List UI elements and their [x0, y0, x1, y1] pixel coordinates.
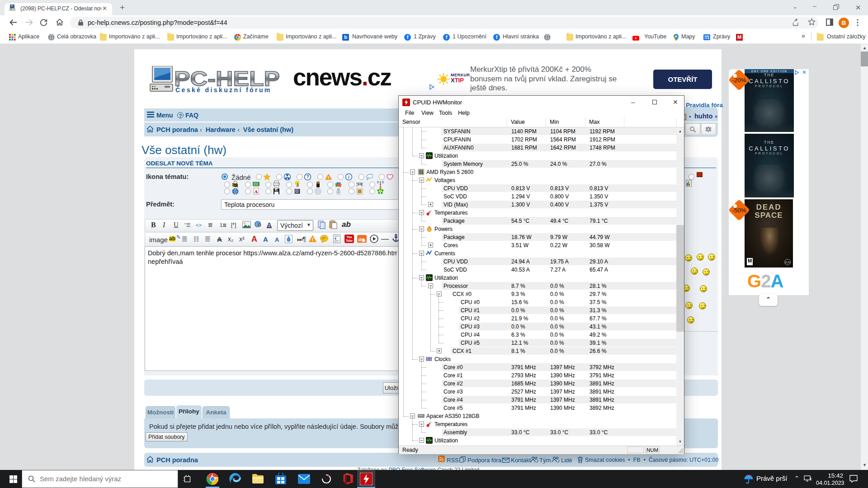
svg-text:!: !	[312, 237, 313, 242]
svg-text:!: !	[328, 175, 329, 180]
svg-text:A: A	[255, 189, 258, 194]
svg-text:?: ?	[306, 174, 309, 179]
svg-text:@*!: @*!	[322, 237, 326, 239]
svg-text:You: You	[347, 235, 352, 239]
svg-text:Tube: Tube	[346, 239, 353, 242]
svg-text:i: i	[348, 174, 349, 179]
